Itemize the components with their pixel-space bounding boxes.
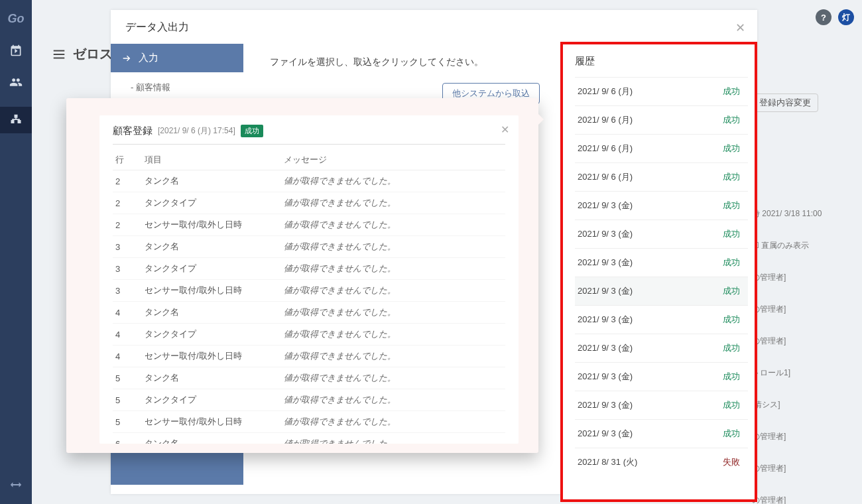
col-row: 行 — [113, 150, 142, 170]
bg-row: [情シス] — [752, 389, 831, 420]
history-date: 2021/ 8/ 31 (火) — [578, 456, 637, 468]
history-status: 成功 — [723, 342, 740, 354]
history-date: 2021/ 9/ 3 (金) — [578, 200, 633, 212]
bg-row: トロール1] — [752, 357, 831, 389]
svg-rect-2 — [18, 121, 20, 123]
modal-title: データ入出力 ✕ — [111, 10, 757, 44]
history-status: 成功 — [723, 285, 740, 297]
history-panel: 履歴 2021/ 9/ 6 (月)成功2021/ 9/ 6 (月)成功2021/… — [560, 42, 757, 502]
history-status: 失敗 — [723, 456, 740, 468]
history-status: 成功 — [723, 114, 740, 126]
topright: ? 灯 — [816, 9, 854, 25]
bg-datetime: 時 2021/ 3/18 11:00 — [752, 198, 831, 229]
history-date: 2021/ 9/ 3 (金) — [578, 399, 633, 411]
history-status: 成功 — [723, 257, 740, 269]
popup-datetime: [2021/ 9/ 6 (月) 17:54] — [158, 125, 235, 137]
users-icon[interactable] — [9, 75, 23, 90]
history-title: 履歴 — [575, 55, 748, 68]
arrow-right-icon — [121, 53, 132, 64]
history-date: 2021/ 9/ 3 (金) — [578, 371, 633, 383]
popup-title: 顧客登録 — [113, 125, 153, 137]
bg-right: 登録内容変更 時 2021/ 3/18 11:00 ☐ 直属のみ表示 の管理者]… — [752, 86, 831, 504]
table-row: 4タンク名値が取得できませんでした。 — [113, 302, 505, 324]
table-row: 5タンク名値が取得できませんでした。 — [113, 367, 505, 389]
history-row[interactable]: 2021/ 9/ 6 (月)成功 — [575, 105, 748, 134]
history-status: 成功 — [723, 371, 740, 383]
history-date: 2021/ 9/ 3 (金) — [578, 428, 633, 440]
logo: Go — [8, 12, 25, 26]
input-tab[interactable]: 入力 — [111, 44, 243, 72]
bg-row: の管理者] — [752, 325, 831, 357]
page-title: ゼロス — [73, 45, 113, 63]
history-date: 2021/ 9/ 6 (月) — [578, 114, 633, 126]
history-status: 成功 — [723, 200, 740, 212]
popup-close-icon[interactable]: ✕ — [501, 123, 509, 136]
blue-strip — [111, 448, 243, 485]
history-status: 成功 — [723, 171, 740, 183]
table-row: 2センサー取付/取外し日時値が取得できませんでした。 — [113, 214, 505, 236]
history-row[interactable]: 2021/ 9/ 6 (月)成功 — [575, 134, 748, 162]
history-row[interactable]: 2021/ 9/ 6 (月)成功 — [575, 162, 748, 191]
table-row: 4タンクタイプ値が取得できませんでした。 — [113, 324, 505, 346]
history-row[interactable]: 2021/ 9/ 6 (月)成功 — [575, 77, 748, 105]
table-row: 2タンク名値が取得できませんでした。 — [113, 170, 505, 192]
table-row: 4センサー取付/取外し日時値が取得できませんでした。 — [113, 346, 505, 367]
bg-row: の管理者] — [752, 293, 831, 325]
history-date: 2021/ 9/ 6 (月) — [578, 171, 633, 183]
popup-header: 顧客登録 [2021/ 9/ 6 (月) 17:54] 成功 — [113, 125, 505, 145]
history-row[interactable]: 2021/ 9/ 3 (金)成功 — [575, 419, 748, 448]
bg-row: の管理者] — [752, 420, 831, 452]
bg-row: の管理者] — [752, 452, 831, 484]
history-row[interactable]: 2021/ 8/ 31 (火)失敗 — [575, 448, 748, 476]
instruction-text: ファイルを選択し、取込をクリックしてください。 — [270, 56, 483, 68]
bg-row: の管理者] — [752, 261, 831, 293]
calendar-icon[interactable] — [9, 43, 23, 58]
history-row[interactable]: 2021/ 9/ 3 (金)成功 — [575, 191, 748, 220]
modal-close-icon[interactable]: ✕ — [735, 21, 745, 35]
table-row: 6タンク名値が取得できませんでした。 — [113, 433, 505, 444]
history-date: 2021/ 9/ 3 (金) — [578, 257, 633, 269]
change-button[interactable]: 登録内容変更 — [752, 94, 818, 112]
status-badge: 成功 — [241, 125, 263, 137]
page-header: ゼロス — [52, 45, 113, 63]
sidebar: Go — [0, 0, 32, 504]
table-row: 5センサー取付/取外し日時値が取得できませんでした。 — [113, 411, 505, 433]
history-row[interactable]: 2021/ 9/ 3 (金)成功 — [575, 391, 748, 419]
history-status: 成功 — [723, 428, 740, 440]
bg-row: の管理者] — [752, 484, 831, 504]
svg-rect-1 — [11, 121, 13, 123]
history-row[interactable]: 2021/ 9/ 3 (金)成功 — [575, 305, 748, 334]
table-row: 5タンクタイプ値が取得できませんでした。 — [113, 389, 505, 411]
history-date: 2021/ 9/ 3 (金) — [578, 314, 633, 326]
svg-rect-0 — [15, 115, 17, 117]
history-status: 成功 — [723, 143, 740, 155]
hierarchy-icon[interactable] — [0, 107, 32, 133]
history-date: 2021/ 9/ 6 (月) — [578, 86, 633, 97]
help-button[interactable]: ? — [816, 9, 831, 25]
history-status: 成功 — [723, 399, 740, 411]
history-date: 2021/ 9/ 3 (金) — [578, 228, 633, 240]
history-row[interactable]: 2021/ 9/ 3 (金)成功 — [575, 220, 748, 248]
table-row: 2タンクタイプ値が取得できませんでした。 — [113, 192, 505, 214]
history-date: 2021/ 9/ 3 (金) — [578, 342, 633, 354]
history-row[interactable]: 2021/ 9/ 3 (金)成功 — [575, 334, 748, 362]
history-status: 成功 — [723, 86, 740, 97]
detail-popup: ✕ 顧客登録 [2021/ 9/ 6 (月) 17:54] 成功 行 項目 メッ… — [66, 98, 538, 453]
col-item: 項目 — [142, 150, 281, 170]
col-msg: メッセージ — [281, 150, 505, 170]
history-date: 2021/ 9/ 6 (月) — [578, 143, 633, 155]
error-table: 行 項目 メッセージ 2タンク名値が取得できませんでした。2タンクタイプ値が取得… — [113, 150, 505, 444]
bg-direct: ☐ 直属のみ表示 — [752, 229, 831, 261]
history-status: 成功 — [723, 228, 740, 240]
swap-icon[interactable] — [9, 477, 23, 492]
history-row[interactable]: 2021/ 9/ 3 (金)成功 — [575, 362, 748, 391]
user-avatar[interactable]: 灯 — [838, 9, 854, 25]
list-icon — [52, 47, 66, 62]
history-row[interactable]: 2021/ 9/ 3 (金)成功 — [575, 248, 748, 277]
table-row: 3タンク名値が取得できませんでした。 — [113, 236, 505, 258]
table-row: 3センサー取付/取外し日時値が取得できませんでした。 — [113, 280, 505, 302]
history-row[interactable]: 2021/ 9/ 3 (金)成功 — [575, 277, 748, 305]
history-status: 成功 — [723, 314, 740, 326]
table-row: 3タンクタイプ値が取得できませんでした。 — [113, 258, 505, 280]
history-date: 2021/ 9/ 3 (金) — [578, 285, 633, 297]
